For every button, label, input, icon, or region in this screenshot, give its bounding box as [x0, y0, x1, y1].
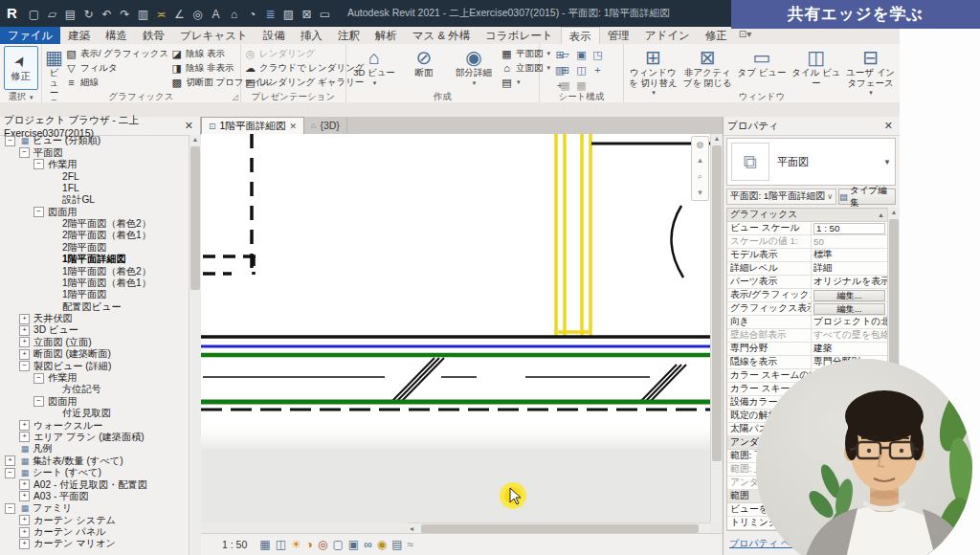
ribbon-tab-表示[interactable]: 表示 [561, 27, 600, 44]
text-icon[interactable]: A [209, 4, 223, 25]
タイル-ビュー-button[interactable]: ◫タイル ビュー [791, 46, 841, 88]
revision-icon[interactable]: ⊞ [558, 63, 573, 78]
sync-icon[interactable]: ↻ [81, 4, 96, 25]
detail-level-icon[interactable]: ▦ [259, 539, 270, 550]
expand-icon[interactable]: + [19, 527, 30, 538]
nav-down-icon[interactable]: ▾ [698, 188, 702, 197]
collapse-icon[interactable]: − [33, 373, 44, 384]
view-tab-active[interactable]: ⊡ 1階平面詳細図 ✕ [201, 117, 304, 134]
tree-item[interactable]: −平面図 [0, 146, 188, 158]
worksharing-display-icon[interactable]: ≈ [408, 539, 414, 550]
ribbon-tab-解析[interactable]: 解析 [368, 27, 405, 44]
tree-item[interactable]: 2階平面図（着色1） [0, 230, 188, 241]
tree-item[interactable]: +A03 - 平面図 [0, 491, 188, 502]
tree-item[interactable]: +天井伏図 [0, 313, 188, 324]
place-view-icon[interactable]: ▣ [574, 48, 590, 62]
部分詳細-button[interactable]: ◉部分詳細▾ [449, 46, 499, 88]
collapse-icon[interactable]: − [33, 207, 44, 217]
panel-label-select[interactable]: 選択 ▾ [0, 90, 41, 102]
expand-icon[interactable]: + [19, 337, 30, 347]
tree-item[interactable]: 1階平面図（着色1） [0, 278, 188, 289]
crop-view-icon[interactable]: ▢ [332, 539, 343, 550]
close-view-icon[interactable]: ✕ [289, 122, 297, 131]
tree-item[interactable]: −作業用 [0, 159, 188, 170]
tree-item[interactable]: +カーテン パネル [0, 526, 188, 538]
default-3d-view-icon[interactable]: ⌂ [227, 4, 241, 25]
properties-close-icon[interactable]: ✕ [881, 120, 896, 132]
undo-icon[interactable]: ↶ [100, 4, 114, 25]
shadows-icon[interactable]: ◑ [306, 539, 313, 550]
3D-ビュー-button[interactable]: ⌂3D ビュー▾ [349, 46, 399, 88]
tree-item[interactable]: +断面図 (建築断面) [0, 348, 188, 360]
project-browser-scrollbar[interactable]: ▲ [189, 135, 201, 555]
canvas-vertical-scrollbar[interactable]: ▲ [710, 134, 723, 522]
tree-item[interactable]: ▦凡例 [0, 443, 188, 455]
collapse-icon[interactable]: − [19, 361, 30, 371]
ribbon-tab-構造[interactable]: 構造 [98, 27, 135, 44]
property-group-header[interactable]: グラフィックス▲ [727, 209, 887, 222]
view-scale-button[interactable]: 1 : 50 [222, 539, 247, 550]
ribbon-tab-注釈[interactable]: 注釈 [330, 27, 368, 44]
save-icon[interactable]: ▤ [63, 4, 78, 25]
ribbon-tab-挿入[interactable]: 挿入 [293, 27, 330, 44]
floor-plan-canvas[interactable] [201, 134, 710, 522]
tag-icon[interactable]: ◎ [190, 4, 205, 25]
open-icon[interactable]: ▱ [45, 4, 59, 25]
aligned-dimension-icon[interactable]: ≍ [154, 4, 168, 25]
nav-up-icon[interactable]: ▴ [698, 155, 702, 165]
expand-icon[interactable]: + [19, 539, 30, 549]
tree-item[interactable]: 2階平面図（着色2） [0, 218, 188, 230]
expand-icon[interactable]: + [19, 491, 30, 501]
expand-icon[interactable]: + [19, 314, 30, 324]
表示/-グラフィックス-button[interactable]: ▧表示/ グラフィックス [65, 47, 168, 60]
tree-item[interactable]: 配置図ビュー [0, 300, 188, 312]
tree-item[interactable]: 1階平面図（着色2） [0, 265, 188, 277]
tree-item[interactable]: −▦ビュー (分類順) [0, 135, 188, 146]
tree-item[interactable]: +ウォークスルー [0, 419, 188, 431]
dialog-launcher-icon[interactable]: ◿ [233, 93, 238, 101]
tree-item[interactable]: +エリア プラン (建築面積) [0, 432, 188, 443]
new-window-icon[interactable]: ▢ [27, 4, 41, 25]
ribbon-tab-建築[interactable]: 建築 [60, 27, 98, 44]
tree-item[interactable]: −作業用 [0, 372, 188, 384]
ribbon-tab-設備[interactable]: 設備 [256, 27, 293, 44]
tree-item[interactable]: −図面用 [0, 396, 188, 408]
ribbon-tab-鉄骨[interactable]: 鉄骨 [135, 27, 172, 44]
schedule-icon[interactable]: ≣ [263, 4, 278, 25]
tree-item[interactable]: +立面図 (立面) [0, 337, 188, 348]
guide-grid-icon[interactable]: ◫ [574, 63, 590, 78]
ribbon-tab-管理[interactable]: 管理 [600, 27, 637, 44]
thin-lines-icon[interactable]: ▨ [281, 4, 296, 25]
非アクティブを-閉じる-button[interactable]: ⊠非アクティブを 閉じる [682, 46, 732, 88]
断面-button[interactable]: ⊘断面 [399, 46, 449, 88]
tree-item[interactable]: 設計GL [0, 194, 188, 206]
close-hidden-windows-icon[interactable]: ⊠ [300, 4, 314, 25]
tree-item[interactable]: 2階平面図 [0, 242, 188, 254]
collapse-icon[interactable]: − [19, 147, 30, 158]
ribbon-tab-マス & 外構[interactable]: マス & 外構 [405, 27, 479, 44]
ribbon-tab-コラボレート[interactable]: コラボレート [478, 27, 560, 44]
zoom-icon[interactable]: ⌕ [698, 171, 702, 182]
reveal-hidden-icon[interactable]: ◉ [377, 539, 387, 550]
tree-item[interactable]: 1FL [0, 183, 188, 194]
細線-button[interactable]: ≡細線 [65, 76, 168, 89]
title-block-icon[interactable]: ◳ [590, 48, 606, 62]
タブ-ビュー-button[interactable]: ▭タブ ビュー [737, 46, 787, 78]
show-crop-icon[interactable]: ▣ [348, 539, 359, 550]
tree-item[interactable]: 方位記号 [0, 384, 188, 395]
ribbon-tab-修正[interactable]: 修正 [698, 27, 735, 44]
フィルタ-button[interactable]: ▽フィルタ [65, 61, 168, 75]
tree-item[interactable]: +▦集計表/数量 (すべて) [0, 455, 188, 467]
render-dialog-icon[interactable]: ◎ [318, 539, 327, 550]
steering-wheel-icon[interactable]: ◍ [697, 140, 704, 149]
tree-item[interactable]: +A02 - 付近見取図・配置図 [0, 478, 188, 490]
type-selector[interactable]: ⧉ 平面図 ▼ [726, 138, 896, 186]
instance-selector[interactable]: 平面図: 1階平面詳細図∨ [726, 189, 836, 205]
sun-path-icon[interactable]: ☀ [291, 539, 301, 550]
tree-item[interactable]: −▦ファミリ [0, 502, 188, 514]
measure-icon[interactable]: ∠ [172, 4, 187, 25]
tree-item[interactable]: +カーテン マリオン [0, 538, 188, 549]
temporary-hide-icon[interactable]: ∞ [364, 539, 372, 550]
modify-button[interactable]: ➤ 修正 [4, 46, 38, 90]
collapse-icon[interactable]: − [33, 396, 44, 407]
